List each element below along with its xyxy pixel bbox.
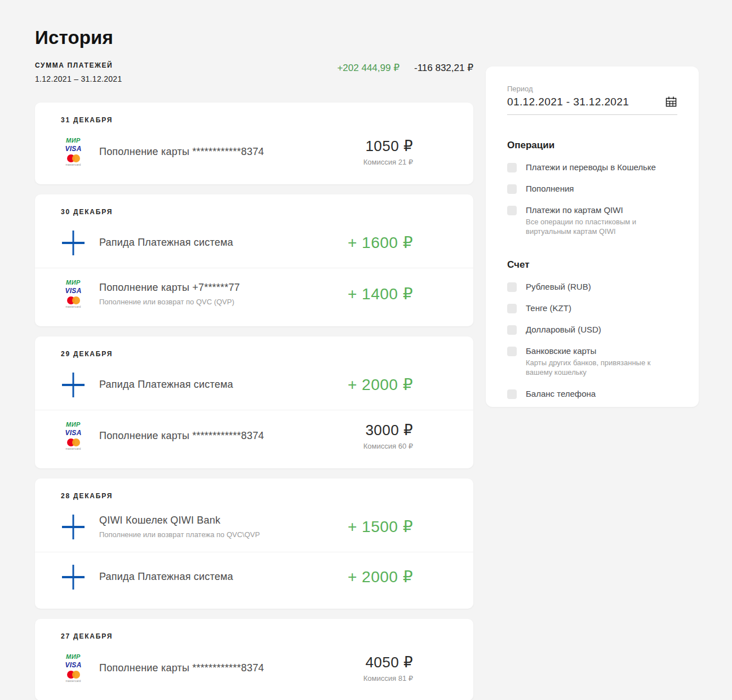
history-main-column: История СУММА ПЛАТЕЖЕЙ 1.12.2021 – 31.12… [35,0,473,700]
filter-checkbox-item: Баланс телефона [507,389,677,399]
transaction-row[interactable]: МИР VISA mastercard Пополнение карты +7*… [35,268,473,320]
filters-panel: Период 01.12.2021 - 31.12.2021 Операции … [486,67,699,407]
transaction-amount-cell: + 2000 ₽ [348,568,447,586]
checkbox[interactable] [507,282,517,292]
mastercard-logo [67,154,80,162]
page-title: История [35,28,473,48]
transaction-amount: + 1500 ₽ [348,517,413,536]
transaction-icon-cell: МИР VISA mastercard [61,280,86,308]
group-rows: МИР VISA mastercard Пополнение карты ***… [35,643,473,694]
checkbox-label[interactable]: Баланс телефона [526,389,596,398]
transaction-icon-cell: МИР VISA mastercard [61,654,86,683]
checkbox-sublabel: Все операции по пластиковым и виртуальны… [526,218,661,237]
mir-logo: МИР [66,422,81,428]
period-field[interactable]: 01.12.2021 - 31.12.2021 [507,93,677,115]
transaction-row[interactable]: МИР VISA mastercard Пополнение карты ***… [35,410,473,462]
transaction-commission: Комиссия 81 ₽ [363,674,413,683]
operations-filter-list: Платежи и переводы в Кошельке Пополнения… [507,162,677,237]
group-date-header: 28 ДЕКАБРЯ [35,492,473,500]
mastercard-label: mastercard [65,448,81,450]
transaction-row[interactable]: Рапида Платежная система + 2000 ₽ [35,360,473,410]
group-date-header: 30 ДЕКАБРЯ [35,208,473,216]
transaction-title: Пополнение карты ************8374 [99,146,363,158]
transaction-amount: + 2000 ₽ [348,568,413,586]
checkbox[interactable] [507,325,517,335]
transaction-row[interactable]: МИР VISA mastercard Пополнение карты ***… [35,126,473,178]
checkbox-label[interactable]: Пополнения [526,184,574,193]
group-date-header: 31 ДЕКАБРЯ [35,116,473,124]
filter-checkbox-item: Пополнения [507,184,677,194]
mastercard-logo [67,438,80,446]
checkbox-label[interactable]: Рублевый (RUB) [526,282,591,291]
checkbox[interactable] [507,389,517,399]
period-field-value[interactable]: 01.12.2021 - 31.12.2021 [507,96,629,108]
transaction-row[interactable]: Рапида Платежная система + 2000 ₽ [35,552,473,602]
checkbox[interactable] [507,163,517,172]
transaction-amount: 3000 ₽ [363,422,413,439]
card-brands-icon: МИР VISA mastercard [65,280,81,308]
payments-sum-label: СУММА ПЛАТЕЖЕЙ [35,61,122,69]
mastercard-logo [67,296,80,304]
visa-logo: VISA [65,662,81,668]
transaction-commission: Комиссия 21 ₽ [363,158,413,166]
transaction-amount: 1050 ₽ [363,138,413,155]
transaction-icon-cell: МИР VISA mastercard [61,138,86,166]
transaction-icon-cell [61,513,86,540]
transaction-amount: + 1400 ₽ [348,285,413,303]
checkbox-label[interactable]: Долларовый (USD) [526,325,601,334]
transaction-subtitle: Пополнение или возврат по QVC (QVP) [99,298,348,306]
transaction-amount-cell: + 1400 ₽ [348,285,447,303]
expense-total: -116 832,21 ₽ [414,63,473,74]
checkbox-sublabel: Карты других банков, привязанные к вашем… [526,358,661,378]
checkbox-label[interactable]: Платежи по картам QIWI [526,205,623,215]
checkbox[interactable] [507,347,517,356]
filter-checkbox-item: Рублевый (RUB) [507,282,677,292]
plus-icon [61,513,86,540]
transaction-row[interactable]: Рапида Платежная система + 1600 ₽ [35,218,473,268]
transaction-titles: Пополнение карты ************8374 [99,146,363,158]
card-brands-icon: МИР VISA mastercard [65,138,81,166]
checkbox-label[interactable]: Тенге (KZT) [526,303,571,313]
checkbox-label[interactable]: Банковские карты [526,346,596,356]
transaction-title: Пополнение карты ************8374 [99,430,363,442]
group-rows: Рапида Платежная система + 1600 ₽ МИР VI… [35,218,473,320]
checkbox-text: Тенге (KZT) [526,303,571,313]
transaction-titles: Рапида Платежная система [99,379,348,391]
transaction-row[interactable]: QIWI Кошелек QIWI Bank Пополнение или во… [35,502,473,552]
account-filter-list: Рублевый (RUB) Тенге (KZT) Долларовый (U… [507,282,677,399]
transaction-icon-cell [61,371,86,398]
income-total: +202 444,99 ₽ [337,63,400,74]
transaction-row[interactable]: МИР VISA mastercard Пополнение карты ***… [35,643,473,694]
transaction-title: Рапида Платежная система [99,379,348,391]
mastercard-label: mastercard [65,163,81,166]
transaction-titles: Рапида Платежная система [99,571,348,583]
transaction-commission: Комиссия 60 ₽ [363,442,413,450]
checkbox[interactable] [507,206,517,215]
group-date-header: 29 ДЕКАБРЯ [35,350,473,358]
payments-summary: СУММА ПЛАТЕЖЕЙ 1.12.2021 – 31.12.2021 +2… [35,61,473,83]
transaction-icon-cell [61,564,86,591]
mir-logo: МИР [66,280,81,286]
transaction-title: QIWI Кошелек QIWI Bank [99,515,348,526]
payments-sum-period: 1.12.2021 – 31.12.2021 [35,74,122,83]
visa-logo: VISA [65,145,81,152]
calendar-icon[interactable] [665,96,677,108]
checkbox-text: Банковские карты Карты других банков, пр… [526,346,661,378]
checkbox-text: Платежи и переводы в Кошельке [526,162,656,172]
mastercard-label: mastercard [65,680,81,683]
transaction-amount-cell: + 1500 ₽ [348,517,447,536]
operations-filter-title: Операции [507,140,677,151]
transaction-titles: Пополнение карты +7******77 Пополнение и… [99,282,348,306]
checkbox[interactable] [507,304,517,313]
transaction-title: Пополнение карты ************8374 [99,662,363,674]
mir-logo: МИР [66,138,81,144]
mastercard-logo [67,671,80,679]
transaction-subtitle: Пополнение или возврат платежа по QVC\QV… [99,530,348,539]
checkbox-label[interactable]: Платежи и переводы в Кошельке [526,162,656,172]
card-brands-icon: МИР VISA mastercard [65,422,81,450]
checkbox[interactable] [507,184,517,194]
payments-summary-amounts: +202 444,99 ₽ -116 832,21 ₽ [337,63,473,74]
checkbox-text: Пополнения [526,184,574,194]
visa-logo: VISA [65,429,81,436]
transaction-amount-cell: 4050 ₽ Комиссия 81 ₽ [363,654,447,683]
